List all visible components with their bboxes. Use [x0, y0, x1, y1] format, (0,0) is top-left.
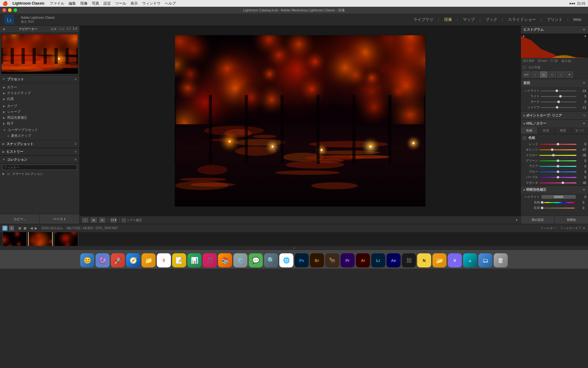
grid-view-button-filmstrip[interactable]: ⊞ [18, 226, 21, 230]
tone-curve-edit[interactable]: ✎ [583, 114, 586, 117]
dock-calendar[interactable]: 5 [157, 253, 171, 267]
highlight-color-picker[interactable] [541, 195, 576, 199]
tone-section-header[interactable]: 前回 ▼ [521, 79, 588, 87]
nav-book[interactable]: ブック [482, 17, 501, 22]
nav-slideshow[interactable]: スライドショー [504, 17, 540, 22]
filmstrip-collapse[interactable]: ▼ [0, 246, 588, 250]
menu-tools[interactable]: ツール [115, 1, 126, 6]
collections-search-input[interactable] [2, 165, 77, 170]
nav-prev[interactable]: ◀ [30, 226, 33, 230]
image-container[interactable] [80, 26, 521, 216]
dock-bridge[interactable]: Br [310, 253, 324, 267]
menu-file[interactable]: ファイル [50, 1, 64, 6]
graduated-filter-tool[interactable]: □ [548, 71, 556, 78]
saturation-track[interactable] [541, 208, 575, 209]
dock-photoshop[interactable]: Ps [295, 253, 309, 267]
filter-value[interactable]: フィルターオフ [560, 226, 581, 230]
tab-luminance[interactable]: 輝度 [555, 127, 571, 134]
dock-system-prefs[interactable]: ⚙️ [233, 253, 247, 267]
preset-bw[interactable]: ▶ 白黒 [0, 96, 79, 102]
histogram-header[interactable]: ヒストグラム ▼ [521, 26, 588, 33]
menu-window[interactable]: ウィンドウ [142, 1, 160, 6]
filmstrip-thumb-1[interactable] [2, 232, 27, 246]
filmstrip-thumb-2[interactable] [28, 232, 53, 246]
aqua-thumb[interactable] [557, 165, 559, 167]
dock-music[interactable]: 🎵 [203, 253, 217, 267]
minimize-button[interactable] [8, 8, 12, 12]
reset-button[interactable]: 初期化 [555, 216, 588, 224]
spot-removal-tool[interactable]: ○ [531, 71, 539, 78]
nav-develop[interactable]: 現像 [440, 17, 456, 22]
menu-edit[interactable]: 編集 [69, 1, 76, 6]
navigator-arrow[interactable]: ▼ [2, 28, 6, 31]
grid-view-button-2[interactable]: ⊠ [24, 226, 26, 230]
dock-books[interactable]: 📚 [218, 253, 232, 267]
menu-help[interactable]: ヘルプ [165, 1, 176, 6]
green-track[interactable] [539, 160, 576, 161]
red-thumb[interactable] [557, 143, 559, 145]
user-preset-summer[interactable]: ≡ 夏色スナップ [0, 133, 79, 139]
filmstrip-thumb-3[interactable] [54, 232, 78, 246]
red-track[interactable] [539, 144, 576, 145]
light-track[interactable] [541, 96, 576, 97]
paste-button[interactable]: ペースト [40, 214, 79, 224]
tab-saturation[interactable]: 彩度 [538, 127, 555, 134]
shadow-track[interactable] [541, 107, 576, 108]
smart-collections-item[interactable]: ▶ 🗂 スマートコレクション [0, 171, 79, 177]
zoom-14[interactable]: 1:4 [73, 27, 77, 31]
dock-launchpad[interactable]: 🚀 [111, 253, 125, 267]
radial-filter-tool[interactable]: ○ [557, 71, 564, 78]
dock-terminal[interactable]: ⬛ [402, 253, 416, 267]
yellow-track[interactable] [539, 155, 576, 156]
menu-develop[interactable]: 現像 [80, 1, 88, 6]
preset-grain[interactable]: ▶ 粒子 [0, 121, 79, 126]
menu-settings[interactable]: 設定 [104, 1, 111, 6]
dock-magnifier[interactable]: 🔍 [264, 253, 278, 267]
shadow-thumb[interactable] [556, 106, 558, 109]
purple-track[interactable] [539, 177, 576, 178]
orange-thumb[interactable] [551, 148, 553, 151]
nav-web[interactable]: Web [570, 17, 585, 22]
dock-wox[interactable]: 🐂 [325, 253, 339, 267]
tone-curve-header[interactable]: ■ ポイントカーブ: リニア ✎ [521, 112, 588, 119]
aqua-track[interactable] [539, 166, 576, 167]
dock-chrome[interactable]: 🌐 [279, 253, 293, 267]
toolbar-expand[interactable]: ▼ [515, 218, 518, 222]
dock-line[interactable]: 💬 [249, 253, 263, 267]
saturation-thumb[interactable] [541, 207, 543, 209]
dock-nikon[interactable]: N [417, 253, 431, 267]
collections-header[interactable]: ▼ コレクション + [0, 155, 79, 163]
blue-track[interactable] [539, 171, 576, 172]
zoom-11[interactable]: 1:1 [66, 27, 71, 31]
presets-header[interactable]: ▼ プリセット + [0, 75, 79, 83]
navigator-thumb[interactable] [1, 34, 78, 74]
yellow-thumb[interactable] [552, 154, 555, 156]
dock-premiere[interactable]: Pr [341, 253, 355, 267]
app-menu-name[interactable]: Lightroom Classic [13, 1, 45, 6]
yy-sort-button[interactable]: YY▼ [111, 218, 117, 223]
zoom-fl[interactable]: フル [58, 27, 65, 31]
compare-view-button[interactable]: ⊟ [99, 218, 105, 223]
filter-expand[interactable]: ▼ [582, 227, 586, 230]
nav-map[interactable]: マップ [459, 17, 478, 22]
dock-lightroom[interactable]: Lr [371, 253, 385, 267]
grid-view-button[interactable]: ⊞ [91, 218, 97, 223]
dock-finder2[interactable]: 🗂 [478, 253, 492, 267]
purple-thumb[interactable] [557, 176, 559, 178]
highlight-color-swatch[interactable] [554, 196, 563, 198]
dock-safari[interactable]: 🧭 [126, 253, 140, 267]
dark-track[interactable] [541, 102, 576, 102]
tab-all[interactable]: すべて [571, 127, 588, 134]
dock-airdrop[interactable]: ⟁ [463, 253, 477, 267]
green-thumb[interactable] [557, 159, 559, 162]
copy-button[interactable]: コピー... [0, 214, 40, 224]
shadows-clipping[interactable]: ▲ [522, 34, 525, 37]
nav-next[interactable]: ▶ [35, 226, 37, 230]
dock-notes[interactable]: 📝 [172, 253, 186, 267]
dock-folder2[interactable]: 📂 [432, 253, 447, 267]
hsl-target-icon[interactable] [523, 136, 526, 140]
apple-menu[interactable]: 🍎 [2, 1, 8, 6]
highlights-clipping[interactable]: ▲ [584, 34, 587, 37]
nav-library[interactable]: ライブラリ [410, 17, 437, 22]
hsl-section-header[interactable]: ■ HSL／カラー ▼ [521, 120, 588, 127]
